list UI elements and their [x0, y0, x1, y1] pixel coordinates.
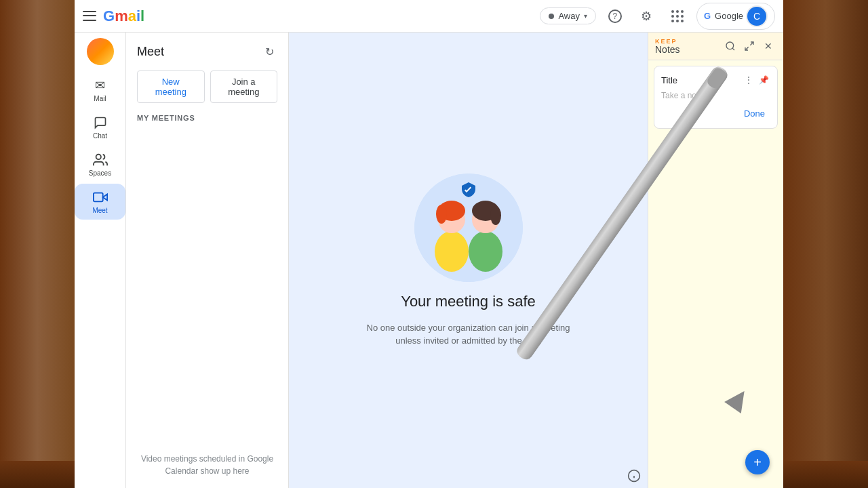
- refresh-icon[interactable]: ↻: [261, 43, 277, 60]
- keep-panel: KEEP Notes: [648, 33, 783, 488]
- svg-line-20: [750, 42, 753, 45]
- google-apps-icon[interactable]: [665, 4, 690, 28]
- svg-line-21: [745, 47, 749, 50]
- mail-icon: ✉: [92, 77, 108, 94]
- svg-point-11: [469, 231, 502, 272]
- keep-search-icon[interactable]: [722, 38, 738, 54]
- svg-point-7: [435, 231, 469, 272]
- sidebar-item-mail[interactable]: ✉ Mail: [75, 72, 125, 108]
- keep-note-header: Title ⋮ 📌: [661, 73, 770, 87]
- svg-point-18: [726, 42, 734, 49]
- keep-header: KEEP Notes: [648, 33, 783, 60]
- svg-line-19: [732, 48, 734, 50]
- keep-note-card: Title ⋮ 📌 Take a note... Done: [654, 66, 778, 129]
- sidebar-label-chat: Chat: [93, 132, 107, 140]
- sidebar-label-spaces: Spaces: [89, 169, 111, 177]
- safe-meeting-title: Your meeting is safe: [401, 293, 536, 310]
- gmail-logo: Gmail: [103, 7, 144, 25]
- sidebar-user-avatar[interactable]: [87, 38, 114, 65]
- help-icon[interactable]: ?: [603, 4, 627, 28]
- my-meetings-label: MY MEETINGS: [137, 114, 277, 122]
- calendar-text: Video meetings scheduled in Google Calen…: [137, 439, 277, 477]
- keep-note-actions: ⋮ 📌: [742, 73, 770, 87]
- chevron-down-icon: ▾: [584, 12, 587, 20]
- svg-rect-2: [93, 193, 102, 202]
- sidebar-label-mail: Mail: [94, 95, 106, 102]
- keep-done-button[interactable]: Done: [738, 106, 770, 121]
- meet-panel-title: Meet: [137, 45, 164, 59]
- keep-note-placeholder[interactable]: Take a note...: [661, 91, 770, 100]
- keep-expand-icon[interactable]: [741, 38, 757, 54]
- svg-point-14: [490, 206, 501, 225]
- keep-notes-label: Notes: [655, 45, 680, 54]
- svg-point-10: [436, 205, 447, 224]
- google-account-button[interactable]: G Google C: [696, 3, 775, 30]
- keep-logo: KEEP Notes: [655, 39, 680, 54]
- main-content-area: Your meeting is safe No one outside your…: [289, 33, 648, 488]
- join-meeting-button[interactable]: Join a meeting: [210, 70, 278, 103]
- svg-point-0: [96, 155, 100, 159]
- keep-header-actions: ✕: [722, 38, 776, 54]
- keep-pin-icon[interactable]: 📌: [757, 73, 770, 87]
- sidebar-item-meet[interactable]: Meet: [75, 184, 125, 220]
- status-dot: [549, 14, 554, 19]
- svg-marker-1: [102, 194, 106, 200]
- tablet-screen: Gmail Away ▾ ? ⚙ G Google C: [75, 0, 783, 488]
- info-icon[interactable]: [627, 469, 641, 483]
- keep-done-button-container: Done: [661, 106, 770, 121]
- meet-panel-header: Meet ↻: [137, 43, 277, 60]
- meet-buttons: New meeting Join a meeting: [137, 70, 277, 103]
- keep-close-icon[interactable]: ✕: [760, 38, 776, 54]
- meet-panel: Meet ↻ New meeting Join a meeting MY MEE…: [126, 33, 289, 488]
- keep-more-icon[interactable]: ⋮: [742, 73, 755, 87]
- safe-meeting-desc: No one outside your organization can joi…: [367, 321, 570, 348]
- keep-add-fab[interactable]: +: [745, 450, 770, 474]
- sidebar-label-meet: Meet: [92, 207, 107, 214]
- avatar[interactable]: C: [746, 5, 768, 27]
- new-meeting-button[interactable]: New meeting: [137, 70, 205, 103]
- settings-icon[interactable]: ⚙: [634, 4, 658, 28]
- spaces-icon: [92, 152, 108, 168]
- sidebar-item-spaces[interactable]: Spaces: [75, 146, 125, 182]
- status-label: Away: [558, 11, 580, 21]
- google-label: Google: [715, 11, 743, 21]
- main-area: ✉ Mail Chat: [75, 33, 783, 488]
- keep-note-title: Title: [661, 75, 677, 85]
- google-g-label: G: [704, 11, 711, 21]
- illustration-circle: [414, 174, 523, 282]
- sidebar-item-chat[interactable]: Chat: [75, 109, 125, 145]
- meet-icon: [92, 189, 108, 205]
- sidebar: ✉ Mail Chat: [75, 33, 126, 488]
- chat-icon: [92, 115, 108, 131]
- gmail-header: Gmail Away ▾ ? ⚙ G Google C: [75, 0, 783, 33]
- hamburger-menu-icon[interactable]: [83, 9, 96, 23]
- safe-meeting-illustration: Your meeting is safe No one outside your…: [367, 174, 570, 348]
- status-badge[interactable]: Away ▾: [540, 7, 596, 24]
